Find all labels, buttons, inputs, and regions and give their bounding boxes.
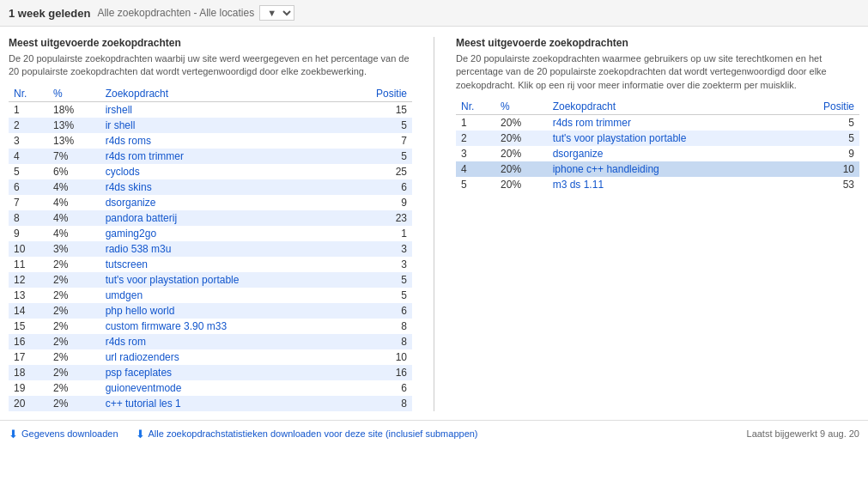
row-query[interactable]: cyclods (100, 164, 343, 179)
query-link[interactable]: r4ds rom trimmer (106, 150, 184, 162)
row-nr: 6 (9, 179, 48, 195)
left-panel: Meest uitgevoerde zoekopdrachten De 20 p… (9, 37, 412, 411)
table-row: 10 3% radio 538 m3u 3 (9, 241, 412, 257)
row-query[interactable]: tutscreen (100, 257, 343, 272)
query-link[interactable]: r4ds rom (106, 336, 146, 348)
query-link[interactable]: iphone c++ handleiding (553, 163, 659, 175)
query-link[interactable]: dsorganize (106, 197, 156, 209)
row-query[interactable]: php hello world (100, 303, 343, 319)
row-pos: 5 (790, 131, 859, 146)
right-col-query[interactable]: Zoekopdracht (548, 99, 790, 115)
row-pct: 6% (48, 164, 100, 179)
query-link[interactable]: c++ tutorial les 1 (106, 398, 181, 410)
query-link[interactable]: m3 ds 1.11 (553, 179, 604, 191)
row-query[interactable]: custom firmware 3.90 m33 (100, 319, 343, 334)
row-query[interactable]: tut's voor playstation portable (100, 272, 343, 288)
row-query[interactable]: c++ tutorial les 1 (100, 396, 343, 411)
query-link[interactable]: dsorganize (553, 148, 604, 160)
row-query[interactable]: r4ds rom (100, 334, 343, 349)
query-link[interactable]: ir shell (106, 119, 136, 131)
table-row: 3 13% r4ds roms 7 (9, 133, 412, 149)
table-row: 19 2% guioneventmode 6 (9, 380, 412, 396)
row-nr: 10 (9, 241, 48, 257)
row-nr: 14 (9, 303, 48, 319)
query-link[interactable]: url radiozenders (106, 351, 179, 363)
row-query[interactable]: r4ds rom trimmer (100, 149, 343, 164)
row-nr: 15 (9, 319, 48, 334)
row-pos: 1 (343, 226, 412, 241)
row-query[interactable]: irshell (100, 101, 343, 118)
query-link[interactable]: tutscreen (106, 258, 148, 270)
left-col-nr[interactable]: Nr. (9, 86, 48, 102)
row-pos: 8 (343, 319, 412, 334)
row-query[interactable]: guioneventmode (100, 380, 343, 396)
query-link[interactable]: php hello world (106, 305, 175, 317)
table-row: 4 20% iphone c++ handleiding 10 (456, 161, 859, 177)
row-pos: 7 (343, 133, 412, 149)
download-all-link[interactable]: ⬇ Alle zoekopdrachstatistieken downloade… (136, 428, 478, 440)
row-query[interactable]: url radiozenders (100, 349, 343, 365)
query-link[interactable]: radio 538 m3u (106, 243, 172, 255)
row-query[interactable]: r4ds skins (100, 179, 343, 195)
row-nr: 4 (9, 149, 48, 164)
table-row: 6 4% r4ds skins 6 (9, 179, 412, 195)
query-link[interactable]: r4ds rom trimmer (553, 117, 631, 129)
row-pos: 5 (343, 118, 412, 133)
query-link[interactable]: r4ds roms (106, 135, 151, 147)
row-nr: 17 (9, 349, 48, 365)
footer-timestamp: Laatst bijgewerkt 9 aug. 20 (747, 428, 859, 439)
table-row: 13 2% umdgen 5 (9, 288, 412, 303)
table-row: 1 20% r4ds rom trimmer 5 (456, 115, 859, 131)
right-col-pos[interactable]: Positie (790, 99, 859, 115)
query-link[interactable]: r4ds skins (106, 181, 152, 193)
left-col-query[interactable]: Zoekopdracht (100, 86, 343, 102)
row-pct: 2% (48, 288, 100, 303)
row-pos: 5 (343, 288, 412, 303)
row-pos: 25 (343, 164, 412, 179)
row-query[interactable]: m3 ds 1.11 (548, 177, 790, 192)
row-query[interactable]: r4ds rom trimmer (548, 115, 790, 131)
row-nr: 18 (9, 365, 48, 380)
query-link[interactable]: pandora batterij (106, 212, 177, 224)
right-panel-desc: De 20 populairste zoekopdrachten waarmee… (456, 52, 859, 92)
left-col-pct[interactable]: % (48, 86, 100, 102)
row-nr: 16 (9, 334, 48, 349)
table-row: 1 18% irshell 15 (9, 101, 412, 118)
row-query[interactable]: gaming2go (100, 226, 343, 241)
row-pct: 4% (48, 179, 100, 195)
query-link[interactable]: psp faceplates (106, 367, 172, 379)
right-table: Nr. % Zoekopdracht Positie 1 20% r4ds ro… (456, 99, 859, 192)
query-link[interactable]: custom firmware 3.90 m33 (106, 320, 227, 332)
download-link[interactable]: ⬇ Gegevens downloaden (9, 428, 118, 440)
query-link[interactable]: umdgen (106, 289, 143, 301)
query-link[interactable]: irshell (106, 104, 132, 116)
table-row: 16 2% r4ds rom 8 (9, 334, 412, 349)
download-icon: ⬇ (9, 428, 18, 440)
row-query[interactable]: dsorganize (548, 146, 790, 161)
row-query[interactable]: ir shell (100, 118, 343, 133)
row-query[interactable]: iphone c++ handleiding (548, 161, 790, 177)
filter-dropdown[interactable]: ▼ (259, 5, 294, 21)
row-query[interactable]: dsorganize (100, 195, 343, 210)
left-panel-desc: De 20 populairste zoekopdrachten waarbij… (9, 52, 412, 79)
row-query[interactable]: r4ds roms (100, 133, 343, 149)
query-link[interactable]: gaming2go (106, 228, 156, 240)
query-link[interactable]: cyclods (106, 166, 140, 178)
row-nr: 2 (456, 131, 495, 146)
left-col-pos[interactable]: Positie (343, 86, 412, 102)
query-link[interactable]: tut's voor playstation portable (553, 132, 687, 144)
right-col-nr[interactable]: Nr. (456, 99, 495, 115)
row-query[interactable]: umdgen (100, 288, 343, 303)
main-content: Meest uitgevoerde zoekopdrachten De 20 p… (0, 27, 868, 411)
right-col-pct[interactable]: % (495, 99, 548, 115)
row-pct: 2% (48, 303, 100, 319)
query-link[interactable]: guioneventmode (106, 382, 182, 394)
row-pct: 2% (48, 380, 100, 396)
row-query[interactable]: pandora batterij (100, 210, 343, 226)
row-query[interactable]: radio 538 m3u (100, 241, 343, 257)
row-query[interactable]: tut's voor playstation portable (548, 131, 790, 146)
query-link[interactable]: tut's voor playstation portable (106, 274, 240, 286)
row-query[interactable]: psp faceplates (100, 365, 343, 380)
row-nr: 4 (456, 161, 495, 177)
row-pct: 2% (48, 349, 100, 365)
